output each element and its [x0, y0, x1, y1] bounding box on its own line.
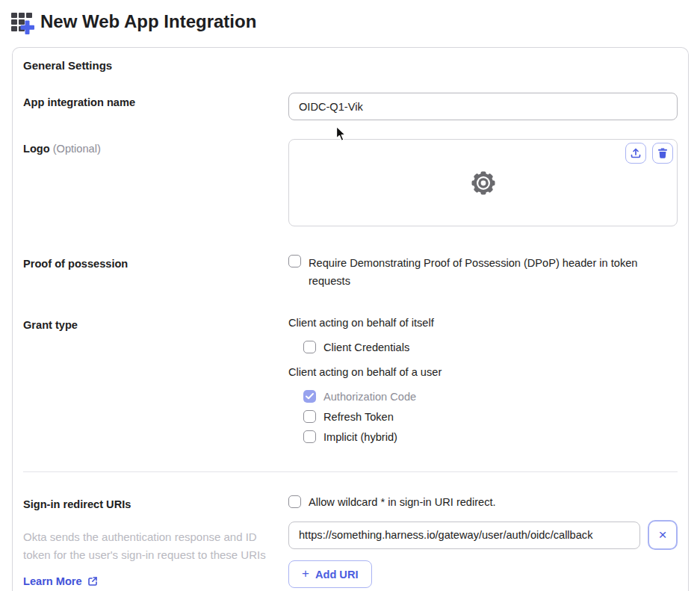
- logo-label: Logo (Optional): [23, 139, 288, 226]
- page-title: New Web App Integration: [40, 11, 256, 32]
- app-grid-plus-icon: [9, 9, 34, 34]
- wildcard-checkbox[interactable]: [288, 495, 301, 508]
- wildcard-checkbox-label: Allow wildcard * in sign-in URI redirect…: [309, 495, 496, 510]
- app-name-row: App integration name: [23, 93, 678, 120]
- app-name-label: App integration name: [23, 93, 288, 120]
- grant-option-authorization-code[interactable]: Authorization Code: [303, 389, 678, 404]
- app-integration-name-input[interactable]: [288, 93, 678, 120]
- authorization-code-checkbox[interactable]: [303, 390, 316, 403]
- redirect-uri-input[interactable]: [288, 522, 640, 549]
- proof-of-possession-label: Proof of possession: [23, 254, 288, 290]
- refresh-token-label: Refresh Token: [323, 409, 394, 424]
- grant-type-label: Grant type: [23, 315, 288, 450]
- general-settings-card: General Settings App integration name Lo…: [12, 47, 689, 591]
- checkmark-icon: [306, 393, 314, 400]
- grant-option-client-credentials[interactable]: Client Credentials: [303, 340, 678, 355]
- logo-optional-label: (Optional): [53, 143, 101, 155]
- external-link-icon: [87, 576, 98, 587]
- client-credentials-label: Client Credentials: [323, 340, 409, 355]
- dpop-checkbox[interactable]: [288, 255, 301, 267]
- grant-option-implicit-hybrid[interactable]: Implicit (hybrid): [303, 430, 678, 445]
- trash-icon: [656, 146, 669, 160]
- logo-delete-button[interactable]: [652, 143, 673, 164]
- learn-more-label: Learn More: [23, 574, 82, 589]
- plus-icon: +: [302, 566, 309, 581]
- gear-icon: [468, 168, 498, 198]
- implicit-hybrid-label: Implicit (hybrid): [323, 430, 397, 445]
- grant-group-heading-user: Client acting on behalf of a user: [288, 365, 678, 380]
- grant-group-heading-itself: Client acting on behalf of itself: [288, 315, 678, 330]
- wildcard-checkbox-row[interactable]: Allow wildcard * in sign-in URI redirect…: [288, 495, 678, 510]
- logo-upload-button[interactable]: [625, 143, 646, 164]
- logo-upload-area[interactable]: [288, 139, 678, 226]
- authorization-code-label: Authorization Code: [323, 389, 416, 404]
- redirect-uri-item: ×: [288, 520, 678, 550]
- logo-row: Logo (Optional): [23, 139, 678, 226]
- section-divider: [23, 471, 678, 472]
- page-header: New Web App Integration: [0, 0, 700, 34]
- implicit-hybrid-checkbox[interactable]: [303, 430, 316, 443]
- grant-type-row: Grant type Client acting on behalf of it…: [23, 315, 678, 450]
- remove-uri-button[interactable]: ×: [648, 520, 678, 550]
- redirect-uris-label: Sign-in redirect URIs: [23, 497, 288, 512]
- client-credentials-checkbox[interactable]: [303, 341, 316, 353]
- dpop-checkbox-row[interactable]: Require Demonstrating Proof of Possessio…: [288, 254, 678, 290]
- close-icon: ×: [658, 527, 666, 542]
- upload-icon: [629, 146, 642, 160]
- redirect-uris-helper-text: Okta sends the authentication response a…: [23, 528, 273, 564]
- section-title: General Settings: [23, 59, 678, 72]
- redirect-uris-row: Sign-in redirect URIs Okta sends the aut…: [23, 495, 678, 589]
- learn-more-link[interactable]: Learn More: [23, 574, 98, 589]
- redirect-uris-left-col: Sign-in redirect URIs Okta sends the aut…: [23, 495, 288, 589]
- grant-option-refresh-token[interactable]: Refresh Token: [303, 409, 678, 424]
- add-uri-button[interactable]: + Add URI: [288, 560, 372, 588]
- dpop-checkbox-label: Require Demonstrating Proof of Possessio…: [309, 254, 654, 290]
- refresh-token-checkbox[interactable]: [303, 410, 316, 423]
- proof-of-possession-row: Proof of possession Require Demonstratin…: [23, 254, 678, 290]
- add-uri-label: Add URI: [315, 569, 359, 581]
